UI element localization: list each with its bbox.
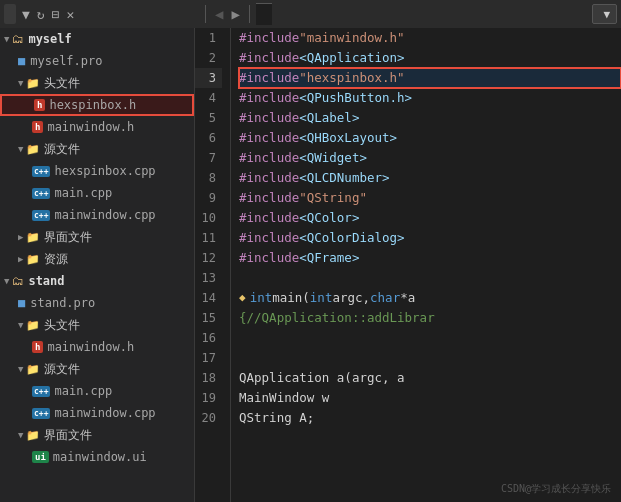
code-line: #include<QLCDNumber> <box>239 168 621 188</box>
code-line: #include "QString" <box>239 188 621 208</box>
code-token: #include <box>239 248 299 268</box>
line-number: 8 <box>195 168 222 188</box>
code-line: QString A; <box>239 408 621 428</box>
tree-item-mainwindow-h[interactable]: hmainwindow.h <box>0 116 194 138</box>
tree-label: 资源 <box>44 251 68 268</box>
pro-icon: ■ <box>18 54 25 68</box>
code-token: QString A; <box>239 408 314 428</box>
nav-forward-icon[interactable]: ▶ <box>228 6 242 22</box>
toolbar-divider <box>205 5 206 23</box>
line-number: 12 <box>195 248 222 268</box>
tree-item-hexspinbox-h[interactable]: hhexspinbox.h <box>0 94 194 116</box>
tree-item-hexspinbox-cpp[interactable]: c++hexspinbox.cpp <box>0 160 194 182</box>
line-number: 1 <box>195 28 222 48</box>
code-line: QApplication a(argc, a <box>239 368 621 388</box>
tree-item-stand-pro[interactable]: ■stand.pro <box>0 292 194 314</box>
tree-label: hexspinbox.cpp <box>54 164 155 178</box>
project-folder-icon: 🗂 <box>12 274 24 288</box>
tree-item-mainwindow-cpp[interactable]: c++mainwindow.cpp <box>0 204 194 226</box>
tree-item-sources2[interactable]: ▼📁源文件 <box>0 358 194 380</box>
tree-item-resources1[interactable]: ▶📁资源 <box>0 248 194 270</box>
code-token: #include <box>239 48 299 68</box>
pro-icon: ■ <box>18 296 25 310</box>
code-token: <QPushButton.h> <box>299 88 412 108</box>
sync-icon[interactable]: ↻ <box>35 7 47 22</box>
code-line: #include <QColorDialog> <box>239 228 621 248</box>
cpp-file-icon: c++ <box>32 210 50 221</box>
line-number: 4 <box>195 88 222 108</box>
code-line: #include<QWidget> <box>239 148 621 168</box>
code-token: <QFrame> <box>299 248 359 268</box>
code-token: {//QApplication::addLibrar <box>239 308 435 328</box>
folder-icon: 📁 <box>26 77 40 90</box>
tree-label: hexspinbox.h <box>49 98 136 112</box>
code-line: ◆int main(int argc, char *a <box>239 288 621 308</box>
line-number: 10 <box>195 208 222 228</box>
code-line: MainWindow w <box>239 388 621 408</box>
tree-item-forms2[interactable]: ▼📁界面文件 <box>0 424 194 446</box>
code-token: <QApplication> <box>299 48 404 68</box>
file-tree[interactable]: ▼🗂myself■myself.pro▼📁头文件hhexspinbox.hhma… <box>0 28 195 502</box>
code-content[interactable]: #include "mainwindow.h"#include <QApplic… <box>231 28 621 502</box>
code-token: argc, <box>332 288 370 308</box>
close-icon[interactable]: ✕ <box>64 7 76 22</box>
folder-icon: 📁 <box>26 253 40 266</box>
folder-icon: 📁 <box>26 319 40 332</box>
tree-item-mainwindow-ui[interactable]: uimainwindow.ui <box>0 446 194 468</box>
line-number: 7 <box>195 148 222 168</box>
tree-item-myself[interactable]: ▼🗂myself <box>0 28 194 50</box>
code-line <box>239 268 621 288</box>
cpp-file-icon: c++ <box>32 386 50 397</box>
line-number: 16 <box>195 328 222 348</box>
tree-label: 头文件 <box>44 317 80 334</box>
tree-item-main-cpp[interactable]: c++main.cpp <box>0 182 194 204</box>
code-line <box>239 348 621 368</box>
code-token: char <box>370 288 400 308</box>
code-token: main( <box>272 288 310 308</box>
tree-item-forms1[interactable]: ▶📁界面文件 <box>0 226 194 248</box>
code-token: #include <box>239 208 299 228</box>
code-token: #include <box>239 148 299 168</box>
tree-item-main-cpp2[interactable]: c++main.cpp <box>0 380 194 402</box>
nav-back-icon[interactable]: ◀ <box>212 6 226 22</box>
cpp-file-icon: c++ <box>32 408 50 419</box>
line-number: 3 <box>195 68 222 88</box>
tree-item-myself-pro[interactable]: ■myself.pro <box>0 50 194 72</box>
line-numbers: 1234567891011121314151617181920 <box>195 28 231 502</box>
code-token: #include <box>239 128 299 148</box>
line-number: 5 <box>195 108 222 128</box>
code-token: #include <box>239 28 299 48</box>
code-token: #include <box>239 68 299 88</box>
tree-item-mainwindow-h2[interactable]: hmainwindow.h <box>0 336 194 358</box>
tree-item-headers1[interactable]: ▼📁头文件 <box>0 72 194 94</box>
tab-file[interactable] <box>256 3 272 25</box>
line-number: 17 <box>195 348 222 368</box>
code-token: #include <box>239 108 299 128</box>
line-number: 2 <box>195 48 222 68</box>
selector-arrow-icon: ▼ <box>603 8 610 21</box>
filter-icon[interactable]: ▼ <box>20 7 32 22</box>
code-line: #include<QHBoxLayout> <box>239 128 621 148</box>
tree-item-stand[interactable]: ▼🗂stand <box>0 270 194 292</box>
toolbar-left: ▼ ↻ ⊟ ✕ <box>4 4 199 24</box>
expand-icon: ▶ <box>18 254 23 264</box>
tree-label: mainwindow.h <box>47 340 134 354</box>
cpp-file-icon: c++ <box>32 166 50 177</box>
line-number: 15 <box>195 308 222 328</box>
project-label <box>4 4 16 24</box>
code-token: "hexspinbox.h" <box>299 68 404 88</box>
collapse-icon[interactable]: ⊟ <box>50 7 62 22</box>
code-token: "mainwindow.h" <box>299 28 404 48</box>
tree-label: 源文件 <box>44 361 80 378</box>
main-area: ▼🗂myself■myself.pro▼📁头文件hhexspinbox.hhma… <box>0 28 621 502</box>
symbol-selector[interactable]: ▼ <box>592 4 617 24</box>
code-token: <QLabel> <box>299 108 359 128</box>
tree-item-sources1[interactable]: ▼📁源文件 <box>0 138 194 160</box>
folder-icon: 📁 <box>26 143 40 156</box>
tree-item-mainwindow-cpp2[interactable]: c++mainwindow.cpp <box>0 402 194 424</box>
line-number: 6 <box>195 128 222 148</box>
code-line: #include "mainwindow.h" <box>239 28 621 48</box>
line-number: 9 <box>195 188 222 208</box>
toolbar-icons: ▼ ↻ ⊟ ✕ <box>20 7 76 22</box>
tree-item-headers2[interactable]: ▼📁头文件 <box>0 314 194 336</box>
